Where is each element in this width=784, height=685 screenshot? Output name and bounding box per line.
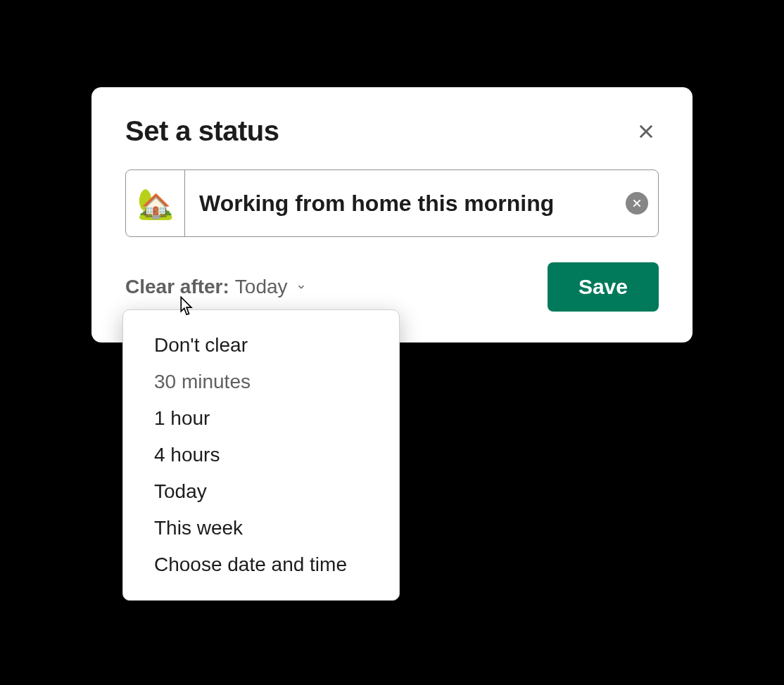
clear-after-dropdown-menu: Don't clear 30 minutes 1 hour 4 hours To… (122, 309, 400, 601)
status-emoji-picker[interactable]: 🏡 (126, 170, 185, 236)
status-text-input[interactable] (185, 191, 616, 217)
dropdown-item-choose-date-time[interactable]: Choose date and time (123, 546, 399, 583)
dropdown-item-dont-clear[interactable]: Don't clear (123, 327, 399, 364)
dropdown-item-this-week[interactable]: This week (123, 510, 399, 546)
clear-after-value: Today (235, 276, 288, 298)
close-icon (636, 122, 656, 141)
close-button[interactable] (633, 119, 659, 144)
modal-title: Set a status (125, 115, 279, 147)
dropdown-item-4-hours[interactable]: 4 hours (123, 437, 399, 473)
dropdown-item-1-hour[interactable]: 1 hour (123, 400, 399, 437)
clear-icon-circle (626, 192, 648, 215)
modal-header: Set a status (125, 115, 659, 147)
dropdown-item-30-minutes[interactable]: 30 minutes (123, 364, 399, 400)
save-button[interactable]: Save (548, 262, 659, 312)
house-emoji-icon: 🏡 (137, 186, 174, 221)
status-input-container: 🏡 (125, 169, 659, 237)
clear-after-dropdown-trigger[interactable]: Clear after: Today (125, 276, 306, 298)
dropdown-item-today[interactable]: Today (123, 473, 399, 510)
clear-after-label: Clear after: (125, 276, 229, 298)
modal-footer: Clear after: Today Save (125, 262, 659, 312)
x-icon (631, 198, 643, 209)
clear-status-button[interactable] (616, 170, 658, 236)
chevron-down-icon (296, 274, 306, 297)
set-status-modal: Set a status 🏡 Clear after: Today (91, 87, 693, 342)
